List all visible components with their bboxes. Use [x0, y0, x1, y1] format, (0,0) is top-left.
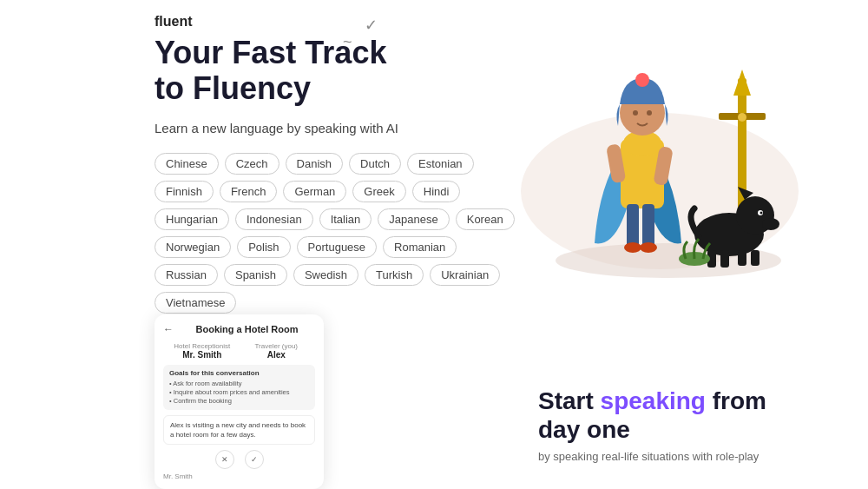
svg-point-26: [624, 242, 641, 253]
goals-title: Goals for this conversation: [169, 369, 309, 377]
svg-point-5: [738, 113, 746, 122]
role2-label: Traveler (you): [240, 342, 314, 350]
language-tag[interactable]: Czech: [225, 153, 279, 175]
hero-title-line2: to Fluency: [155, 70, 311, 106]
language-tag[interactable]: Danish: [286, 153, 343, 175]
card-bottom-label: Mr. Smith: [163, 472, 315, 480]
card-role-traveler: Traveler (you) Alex: [240, 342, 314, 360]
card-actions: ✕ ✓: [163, 450, 315, 469]
svg-point-22: [633, 110, 638, 116]
language-tag[interactable]: Italian: [319, 208, 372, 230]
goal-item: • Inquire about room prices and amenitie…: [169, 388, 309, 396]
language-tag[interactable]: Vietnamese: [155, 292, 236, 314]
svg-marker-4: [733, 69, 751, 96]
svg-rect-15: [751, 250, 760, 266]
card-role-host: Hotel Receptionist Mr. Smith: [165, 342, 240, 360]
language-tag[interactable]: Chinese: [155, 153, 219, 175]
svg-point-11: [760, 212, 763, 215]
language-tag[interactable]: French: [220, 181, 277, 202]
language-tag[interactable]: Norwegian: [155, 236, 231, 258]
bottom-title-highlight: speaking: [601, 387, 706, 414]
card-title: Booking a Hotel Room: [179, 324, 315, 334]
language-tag[interactable]: Hindi: [412, 181, 461, 202]
svg-rect-25: [642, 204, 654, 248]
svg-point-27: [640, 242, 657, 253]
svg-rect-24: [627, 204, 639, 248]
language-tag[interactable]: Polish: [237, 236, 290, 258]
action-check-btn[interactable]: ✓: [245, 450, 264, 469]
goal-item: • Ask for room availability: [169, 380, 309, 387]
language-tag[interactable]: Portuguese: [297, 236, 378, 258]
action-cross-btn[interactable]: ✕: [215, 450, 234, 469]
language-tag[interactable]: Romanian: [383, 236, 457, 258]
svg-rect-13: [720, 250, 729, 268]
card-roles: Hotel Receptionist Mr. Smith Traveler (y…: [163, 342, 315, 360]
language-tag[interactable]: Swedish: [293, 264, 358, 286]
card-goals-box: Goals for this conversation • Ask for ro…: [163, 365, 315, 410]
svg-point-8: [762, 218, 779, 230]
logo-text: fluent: [155, 14, 193, 29]
goal-item: • Confirm the booking: [169, 397, 309, 405]
svg-rect-14: [738, 250, 746, 266]
language-tag[interactable]: Turkish: [365, 264, 424, 286]
card-description: Alex is visiting a new city and needs to…: [163, 415, 315, 445]
demo-card: ← Booking a Hotel Room Hotel Receptionis…: [155, 314, 324, 489]
language-tag[interactable]: German: [283, 181, 346, 202]
language-tag[interactable]: Indonesian: [235, 208, 313, 230]
svg-point-21: [635, 73, 649, 87]
language-tag[interactable]: Spanish: [224, 264, 287, 286]
hero-subtitle: Learn a new language by speaking with AI: [155, 121, 519, 135]
bottom-right-section: Start speaking from day one by speaking …: [538, 387, 799, 463]
back-arrow-icon[interactable]: ←: [163, 323, 174, 335]
language-tag[interactable]: Estonian: [407, 153, 474, 175]
svg-point-23: [647, 110, 652, 116]
language-tag[interactable]: Russian: [155, 264, 218, 286]
bottom-title-start: Start: [538, 387, 601, 414]
app-logo[interactable]: fluent: [155, 14, 193, 30]
bottom-title: Start speaking from day one: [538, 387, 799, 445]
language-tag[interactable]: Dutch: [349, 153, 401, 175]
hero-title-line1: Your Fast Track: [155, 35, 386, 70]
language-tag[interactable]: Japanese: [378, 208, 449, 230]
deco-checkmark: ✓: [365, 16, 378, 35]
role1-name: Mr. Smith: [165, 350, 240, 360]
language-tag[interactable]: Finnish: [155, 181, 214, 202]
role2-name: Alex: [240, 350, 314, 360]
bottom-subtitle: by speaking real-life situations with ro…: [538, 450, 799, 463]
language-tag[interactable]: Hungarian: [155, 208, 229, 230]
language-tag[interactable]: Greek: [352, 181, 405, 202]
card-header: ← Booking a Hotel Room: [163, 323, 315, 335]
hero-title: Your Fast Track to Fluency: [155, 35, 519, 107]
language-tags-container: ChineseCzechDanishDutchEstonianFinnishFr…: [155, 153, 519, 314]
role1-label: Hotel Receptionist: [165, 342, 240, 350]
hero-illustration: [486, 26, 816, 287]
